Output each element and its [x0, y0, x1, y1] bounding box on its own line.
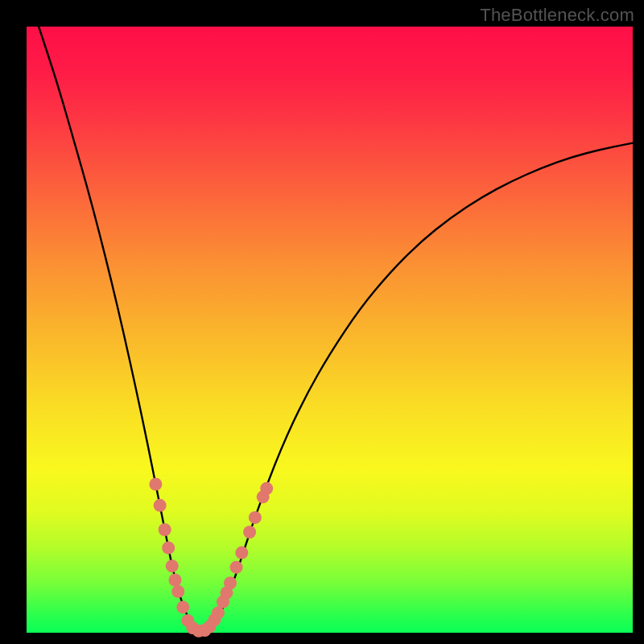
- bottleneck-curve: [39, 27, 633, 631]
- marker-left-23b: [162, 542, 175, 555]
- marker-right-36a: [235, 547, 248, 559]
- chart-svg: [27, 27, 633, 633]
- marker-left-22: [154, 499, 167, 512]
- plot-area: [27, 27, 633, 633]
- marker-right-34: [224, 576, 237, 589]
- marker-left-26: [176, 601, 189, 613]
- marker-right-39b: [260, 482, 273, 495]
- outer-frame: TheBottleneck.com: [0, 0, 644, 644]
- marker-left-21: [149, 478, 162, 491]
- marker-left-25b: [171, 585, 184, 598]
- watermark-text: TheBottleneck.com: [480, 5, 634, 26]
- marker-left-23a: [159, 523, 171, 536]
- marker-right-37: [243, 526, 256, 539]
- curve-markers: [149, 478, 273, 638]
- marker-right-35: [230, 561, 243, 574]
- marker-left-24: [166, 559, 179, 572]
- marker-right-38: [249, 511, 262, 524]
- marker-left-25a: [168, 573, 181, 586]
